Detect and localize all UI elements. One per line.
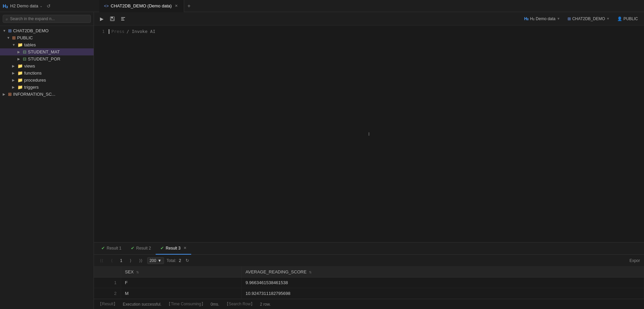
chevron-icon: ▶	[12, 71, 16, 75]
tree-item-public[interactable]: ▼ ⊞ PUBLIC	[0, 34, 94, 41]
invoke-ai-hint: / Invoke AI	[126, 29, 155, 34]
search-box[interactable]: ⌕ Search in the expand n...	[3, 15, 91, 23]
page-size-selector[interactable]: 200 ▼	[147, 257, 164, 264]
chevron-icon: ▶	[3, 92, 7, 96]
chevron-icon: ▼	[12, 43, 16, 47]
format-button[interactable]	[119, 14, 127, 23]
column-header-sex[interactable]: SEX ⇅	[121, 267, 241, 277]
editor-placeholder: Press	[111, 29, 124, 34]
search-placeholder: Search in the expand n...	[10, 16, 55, 21]
result-tab-label: Result 1	[107, 246, 121, 251]
schema-selector[interactable]: ⊞ CHAT2DB_DEMO ▼	[565, 15, 612, 22]
table-row: 1 F 9.9663461538461538	[94, 277, 644, 288]
refresh-results-button[interactable]: ↻	[184, 257, 191, 264]
tree-item-information-schema[interactable]: ▶ ⊞ INFORMATION_SC...	[0, 91, 94, 98]
sidebar-search-area: ⌕ Search in the expand n...	[0, 12, 94, 26]
last-page-button[interactable]: ⟩⟩	[137, 257, 145, 264]
db-icon: ⊞	[8, 28, 12, 33]
tree-item-student-por[interactable]: ▶ ⊟ STUDENT_POR	[0, 55, 94, 62]
page-number: 1	[118, 258, 124, 264]
result-tab-label: Result 2	[136, 246, 151, 251]
tree-item-functions[interactable]: ▶ 📁 functions	[0, 70, 94, 77]
tree-item-student-mat[interactable]: ▶ ⊟ STUDENT_MAT	[0, 48, 94, 55]
tab-chat2db-demo[interactable]: <> CHAT2DB_DEMO (Demo data) ✕	[99, 0, 184, 12]
result-check-icon: ✔	[131, 246, 135, 251]
tree-label: STUDENT_MAT	[28, 49, 60, 54]
cell-score: 9.9663461538461538	[241, 277, 644, 288]
right-panel: ▶ H₂	[94, 12, 644, 309]
schema-icon: ⊞	[568, 16, 571, 21]
tree-label: views	[24, 63, 35, 69]
chevron-icon: ▶	[17, 57, 21, 61]
tab-close-button[interactable]: ✕	[174, 3, 179, 9]
editor-area[interactable]: 1 Press / Invoke AI I	[94, 26, 644, 242]
svg-rect-5	[121, 20, 124, 20]
result-check-icon: ✔	[160, 246, 164, 251]
tree-item-procedures[interactable]: ▶ 📁 procedures	[0, 77, 94, 84]
run-button[interactable]: ▶	[97, 14, 106, 23]
result-check-icon: ✔	[101, 246, 105, 251]
chevron-icon: ▶	[17, 50, 21, 54]
result-tab-2[interactable]: ✔ Result 2	[126, 242, 156, 255]
editor-content: Press / Invoke AI	[109, 29, 640, 34]
status-bar: 【Result】 Execution successful. 【Time Con…	[94, 299, 644, 309]
total-label: Total:	[167, 258, 176, 263]
tab-bar: <> CHAT2DB_DEMO (Demo data) ✕ +	[99, 0, 641, 12]
tab-add-button[interactable]: +	[184, 0, 194, 12]
result-tab-1[interactable]: ✔ Result 1	[97, 242, 126, 255]
tree-label: STUDENT_POR	[28, 56, 60, 61]
save-button[interactable]	[108, 14, 117, 23]
folder-icon: 📁	[17, 63, 23, 69]
next-page-button[interactable]: ⟩	[127, 257, 135, 264]
column-header-avg-score[interactable]: AVERAGE_READING_SCORE ⇅	[241, 267, 644, 277]
result-status-value: Execution successful.	[123, 302, 161, 307]
search-row-label: 【Search Row】	[225, 301, 255, 307]
prev-page-button[interactable]: ⟨	[108, 257, 115, 264]
tree-label: PUBLIC	[17, 35, 33, 40]
result-tab-label: Result 3	[166, 246, 180, 251]
first-page-button[interactable]: ⟨⟨	[98, 257, 105, 264]
tab-code-icon: <>	[104, 4, 109, 8]
result-tab-3[interactable]: ✔ Result 3 ✕	[156, 242, 191, 255]
toolbar: ▶	[97, 12, 127, 26]
table-icon: ⊟	[23, 56, 26, 61]
schema-name: CHAT2DB_DEMO	[572, 16, 605, 21]
export-button[interactable]: Expor	[630, 258, 640, 263]
user-selector[interactable]: 👤 PUBLIC	[614, 15, 641, 22]
result-tab-close-button[interactable]: ✕	[183, 246, 186, 250]
tree-label: triggers	[24, 85, 39, 90]
app-title-section: H₂ H2 Demo data ⌄ ↺	[3, 3, 97, 9]
results-table: SEX ⇅ AVERAGE_READING_SCORE ⇅ 1	[94, 267, 644, 299]
tree-label: tables	[24, 42, 36, 47]
tree-item-triggers[interactable]: ▶ 📁 triggers	[0, 84, 94, 91]
page-size-chevron: ▼	[158, 258, 162, 263]
folder-icon: 📁	[17, 42, 23, 47]
sidebar: ⌕ Search in the expand n... ▼ ⊞ CHAT2DB_…	[0, 12, 94, 309]
db-chevron: ▼	[557, 17, 560, 20]
tree-item-tables[interactable]: ▼ 📁 tables	[0, 41, 94, 48]
h2-badge-icon: H₂	[524, 16, 529, 21]
result-tabs: ✔ Result 1 ✔ Result 2 ✔ Result 3 ✕	[94, 242, 644, 255]
tree-item-views[interactable]: ▶ 📁 views	[0, 62, 94, 70]
app-chevron[interactable]: ⌄	[40, 4, 43, 8]
tree-item-chat2db-demo[interactable]: ▼ ⊞ CHAT2DB_DEMO	[0, 27, 94, 34]
time-value: 0ms.	[211, 302, 219, 307]
db-selector[interactable]: H₂ H₂ Demo data ▼	[522, 15, 563, 22]
h2-logo: H₂	[3, 3, 8, 9]
tree-label: CHAT2DB_DEMO	[13, 28, 49, 33]
schema-icon: ⊞	[8, 92, 12, 97]
title-bar: H₂ H2 Demo data ⌄ ↺ <> CHAT2DB_DEMO (Dem…	[0, 0, 644, 12]
data-table: SEX ⇅ AVERAGE_READING_SCORE ⇅ 1	[94, 267, 644, 299]
result-status-label: 【Result】	[98, 301, 117, 307]
page-size-value: 200	[150, 258, 156, 263]
chevron-icon: ▶	[12, 64, 16, 68]
tree-label: procedures	[24, 78, 46, 83]
svg-rect-1	[111, 17, 113, 18]
tab-label: CHAT2DB_DEMO (Demo data)	[111, 3, 172, 8]
row-number: 2	[94, 288, 121, 299]
cell-sex: F	[121, 277, 241, 288]
header-context: H₂ H₂ Demo data ▼ ⊞ CHAT2DB_DEMO ▼ 👤 PUB…	[522, 15, 641, 22]
folder-icon: 📁	[17, 85, 23, 90]
refresh-button[interactable]: ↺	[47, 3, 51, 9]
schema-icon: ⊞	[12, 35, 16, 40]
